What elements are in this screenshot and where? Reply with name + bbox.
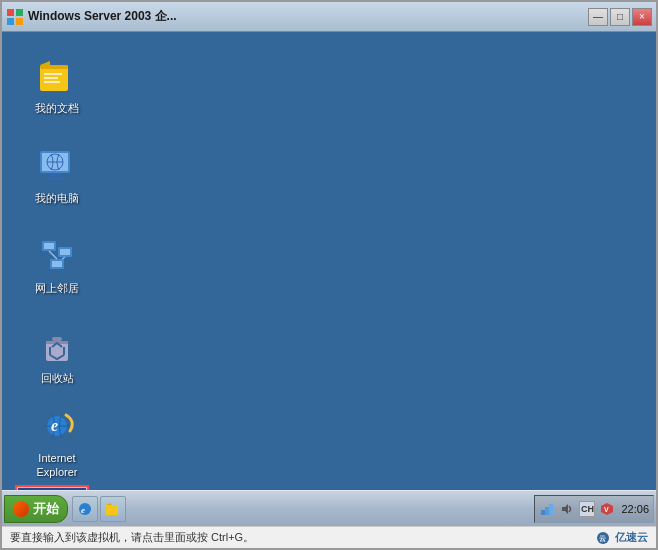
ie-icon: e	[37, 406, 77, 446]
taskbar-explorer-icon[interactable]	[100, 496, 126, 522]
start-windows-logo	[13, 501, 29, 517]
ie-label: Internet Explorer	[26, 450, 88, 481]
svg-rect-46	[541, 510, 545, 515]
tray-network-icon[interactable]	[539, 501, 555, 517]
svg-rect-5	[40, 65, 68, 69]
svg-rect-44	[106, 505, 118, 515]
my-computer-label: 我的电脑	[33, 190, 81, 206]
desktop-icon-my-documents[interactable]: 我的文档	[22, 52, 92, 120]
desktop: 我的文档 我的电脑	[2, 32, 656, 490]
recycle-bin-label: 回收站	[39, 370, 76, 386]
tray-volume-icon[interactable]	[559, 501, 575, 517]
svg-rect-47	[545, 507, 549, 515]
svg-text:云: 云	[599, 535, 606, 542]
svg-rect-1	[16, 9, 23, 16]
svg-text:e: e	[51, 417, 58, 434]
svg-rect-0	[7, 9, 14, 16]
svg-rect-17	[44, 243, 54, 249]
network-label: 网上邻居	[33, 280, 81, 296]
desktop-icon-network[interactable]: 网上邻居	[22, 232, 92, 300]
svg-rect-19	[60, 249, 70, 255]
brand-text: 云 亿速云	[596, 530, 648, 545]
svg-text:V: V	[604, 506, 609, 513]
svg-line-23	[62, 257, 65, 259]
svg-rect-13	[46, 177, 64, 180]
close-button[interactable]: ×	[632, 8, 652, 26]
quick-launch: e	[72, 496, 534, 522]
taskbar-ie-icon[interactable]: e	[72, 496, 98, 522]
svg-rect-26	[52, 337, 62, 341]
svg-rect-48	[549, 504, 553, 515]
my-documents-icon	[37, 56, 77, 96]
my-computer-icon	[37, 146, 77, 186]
window-frame: Windows Server 2003 企... — □ × 我的文档	[0, 0, 658, 550]
desktop-icon-recycle-bin[interactable]: 回收站	[22, 322, 92, 390]
desktop-icon-ie[interactable]: e Internet Explorer	[22, 402, 92, 485]
svg-rect-9	[44, 81, 60, 83]
status-text: 要直接输入到该虚拟机，请点击里面或按 Ctrl+G。	[10, 530, 596, 545]
svg-rect-21	[52, 261, 62, 267]
svg-rect-2	[7, 18, 14, 25]
svg-marker-49	[562, 504, 568, 514]
svg-rect-8	[44, 77, 58, 79]
svg-rect-3	[16, 18, 23, 25]
svg-text:e: e	[81, 505, 85, 515]
desktop-icon-setupmgr[interactable]: setupmgr.exe	[17, 487, 87, 490]
svg-rect-12	[50, 173, 60, 177]
title-bar-icon	[6, 8, 24, 26]
svg-marker-45	[106, 503, 111, 505]
desktop-icon-my-computer[interactable]: 我的电脑	[22, 142, 92, 210]
title-bar-buttons: — □ ×	[588, 8, 652, 26]
tray-antivirus-icon[interactable]: V	[599, 501, 615, 517]
minimize-button[interactable]: —	[588, 8, 608, 26]
network-icon	[37, 236, 77, 276]
start-label: 开始	[33, 500, 59, 518]
my-documents-label: 我的文档	[33, 100, 81, 116]
recycle-bin-icon	[37, 326, 77, 366]
start-button[interactable]: 开始	[4, 495, 68, 523]
system-tray: CH V 22:06	[534, 495, 654, 523]
status-bar: 要直接输入到该虚拟机，请点击里面或按 Ctrl+G。 云 亿速云	[2, 526, 656, 548]
tray-lang-icon[interactable]: CH	[579, 501, 595, 517]
maximize-button[interactable]: □	[610, 8, 630, 26]
title-bar: Windows Server 2003 企... — □ ×	[2, 2, 656, 32]
tray-clock: 22:06	[621, 503, 649, 515]
svg-rect-7	[44, 73, 62, 75]
window-title: Windows Server 2003 企...	[28, 8, 588, 25]
taskbar: 开始 e	[2, 490, 656, 526]
svg-marker-6	[40, 61, 50, 65]
svg-line-22	[49, 251, 57, 259]
